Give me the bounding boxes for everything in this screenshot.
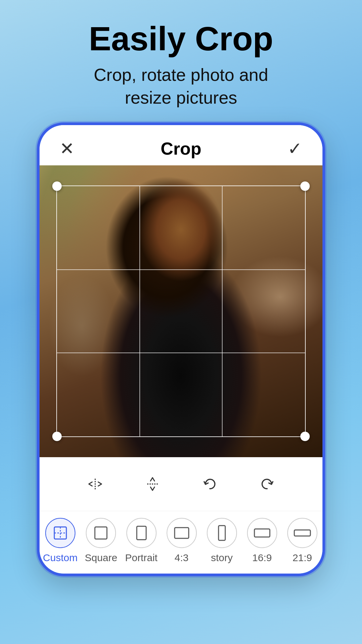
aspect-4-3[interactable]: 4:3 [165, 518, 198, 564]
aspect-16-9[interactable]: 16:9 [245, 518, 279, 564]
phone-mockup: ✕ Crop ✓ [37, 122, 325, 576]
close-icon[interactable]: ✕ [60, 139, 74, 159]
aspect-story[interactable]: story [205, 518, 239, 564]
aspect-21-9-label: 21:9 [293, 552, 312, 564]
crop-screen-title: Crop [161, 139, 201, 159]
svg-rect-7 [175, 528, 189, 538]
main-title: Easily Crop [89, 20, 273, 57]
crop-overlay[interactable] [56, 185, 306, 437]
aspect-square[interactable]: Square [84, 518, 118, 564]
aspect-ratio-bar: Custom Square Portrait [40, 511, 322, 574]
svg-rect-10 [294, 530, 310, 536]
aspect-custom-icon-wrapper [45, 518, 75, 548]
crop-header: ✕ Crop ✓ [40, 125, 322, 165]
aspect-4-3-label: 4:3 [175, 552, 189, 564]
aspect-portrait[interactable]: Portrait [125, 518, 158, 564]
crop-handle-top-left[interactable] [52, 181, 62, 191]
svg-rect-8 [219, 526, 225, 540]
phone-inner: ✕ Crop ✓ [40, 125, 322, 574]
subtitle: Crop, rotate photo andresize pictures [94, 64, 268, 109]
crop-handle-top-right[interactable] [300, 181, 310, 191]
flip-horizontal-button[interactable] [82, 471, 109, 497]
svg-rect-6 [137, 526, 146, 540]
image-container [40, 165, 322, 457]
aspect-square-icon-wrapper [86, 518, 116, 548]
tools-row [40, 457, 322, 511]
aspect-16-9-icon-wrapper [247, 518, 277, 548]
confirm-icon[interactable]: ✓ [288, 139, 302, 159]
aspect-story-label: story [211, 552, 233, 564]
aspect-16-9-label: 16:9 [252, 552, 272, 564]
crop-handle-bottom-left[interactable] [52, 432, 62, 441]
crop-handle-bottom-right[interactable] [300, 432, 310, 441]
rotate-left-button[interactable] [196, 471, 223, 497]
aspect-portrait-icon-wrapper [126, 518, 157, 548]
rotate-right-button[interactable] [254, 471, 281, 497]
svg-rect-5 [95, 527, 107, 539]
header-section: Easily Crop Crop, rotate photo andresize… [89, 0, 273, 122]
aspect-21-9[interactable]: 21:9 [286, 518, 319, 564]
flip-vertical-button[interactable] [139, 471, 166, 497]
aspect-21-9-icon-wrapper [287, 518, 317, 548]
aspect-portrait-label: Portrait [125, 552, 158, 564]
aspect-square-label: Square [85, 552, 117, 564]
aspect-4-3-icon-wrapper [167, 518, 197, 548]
aspect-custom-label: Custom [43, 552, 77, 564]
svg-rect-9 [254, 529, 270, 537]
aspect-custom[interactable]: Custom [43, 518, 77, 564]
aspect-story-icon-wrapper [207, 518, 237, 548]
